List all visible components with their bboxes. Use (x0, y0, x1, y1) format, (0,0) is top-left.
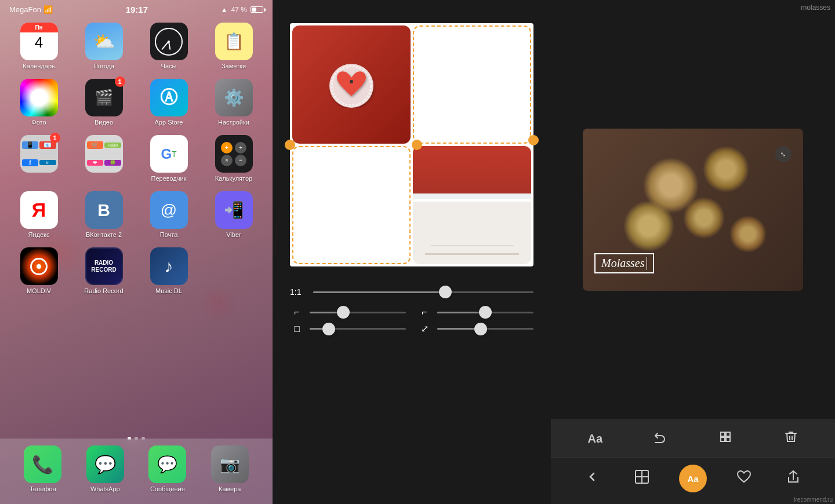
dock-phone[interactable]: 📞 Телефон (24, 445, 61, 492)
layers-btn[interactable] (714, 427, 737, 450)
statusbar-right: ▲ 47 % (221, 6, 263, 14)
app-radio[interactable]: RADIORECORD Radio Record (74, 247, 133, 294)
battery-icon (251, 6, 263, 13)
phone-icon: 📞 (32, 454, 53, 474)
layers-icon (718, 430, 732, 447)
heart-btn[interactable] (732, 467, 756, 490)
app-grid: Пн 4 Календарь ⛅ Погода Часы (0, 17, 273, 300)
app-calculator[interactable]: + ÷ × = Калькулятор (204, 135, 263, 182)
app-label-video: Видео (95, 119, 113, 126)
weather-icon: ⛅ (93, 31, 115, 52)
app-translate[interactable]: G Т Переводчик (139, 135, 198, 182)
text-aa-icon: Aa (687, 474, 698, 484)
slider-track-3[interactable] (310, 328, 406, 330)
wifi-icon: 📶 (43, 5, 53, 14)
collage-cell-bottomright[interactable] (413, 146, 531, 264)
resize-handle[interactable]: ↔ (775, 146, 792, 162)
heart-icon (736, 470, 752, 487)
double-slider-row2: □ ⤢ (290, 323, 533, 334)
collage-handle-right[interactable] (528, 135, 539, 145)
slider-track-2[interactable] (437, 312, 533, 313)
moldiv-ring (30, 258, 48, 275)
double-slider-row1: ⌐ ⌐ (290, 307, 533, 317)
app-calendar[interactable]: Пн 4 Календарь (9, 23, 68, 70)
translate-icon: G (161, 146, 172, 162)
cookie-image: Molasses ↔ (583, 129, 803, 291)
app-cluster1[interactable]: 📱 📧 f in 1 (9, 135, 68, 182)
app-yandex[interactable]: Я Яндекс (9, 191, 68, 238)
vk-icon: В (97, 200, 110, 220)
svg-rect-5 (721, 437, 725, 441)
delete-btn[interactable] (779, 427, 803, 450)
statusbar-left: MegaFon 📶 (9, 5, 53, 14)
ios-dock: 📞 Телефон 💬 WhatsApp 💬 Сообщения 📷 Камер… (0, 439, 273, 504)
app-video[interactable]: 🎬 1 Видео (74, 79, 133, 126)
app-label-moldiv: MOLDIV (27, 287, 51, 294)
app-moldiv[interactable]: MOLDIV (9, 247, 68, 294)
app-appstore[interactable]: Ⓐ App Store (139, 79, 198, 126)
back-icon (587, 471, 598, 486)
font-icon: Aa (587, 432, 602, 445)
camera-icon: 📷 (220, 455, 240, 474)
dock-whatsapp[interactable]: 💬 WhatsApp (86, 445, 124, 492)
collage-handle-bottom[interactable] (412, 140, 422, 150)
delete-icon (784, 430, 798, 447)
app-notes[interactable]: 📋 Заметки (204, 23, 263, 70)
app-viber[interactable]: 📲 Viber (204, 191, 263, 238)
mail-icon: @ (161, 201, 177, 220)
carrier-label: MegaFon (9, 5, 41, 14)
text-overlay[interactable]: Molasses (594, 253, 654, 273)
app-label-radio: Radio Record (84, 287, 123, 294)
app-label-notes: Заметки (222, 63, 246, 70)
app-weather[interactable]: ⛅ Погода (74, 23, 133, 70)
app-photos[interactable]: Фото (9, 79, 68, 126)
grid-btn[interactable] (630, 467, 654, 490)
bottom-nav: Aa (551, 457, 835, 504)
share-btn[interactable] (782, 467, 805, 490)
aspect-slider-track[interactable] (313, 291, 533, 293)
aspect-ratio-row: 1:1 (290, 287, 533, 297)
app-settings[interactable]: ⚙️ Настройки (204, 79, 263, 126)
app-label-vk: ВКонтакте 2 (86, 231, 122, 238)
top-label: molasses (801, 3, 830, 12)
back-btn[interactable] (581, 467, 604, 490)
cluster1-badge: 1 (50, 133, 60, 143)
collage-cell-topright[interactable] (413, 25, 531, 144)
font-btn[interactable]: Aa (583, 427, 607, 450)
app-vk[interactable]: В ВКонтакте 2 (74, 191, 133, 238)
app-label-calendar: Календарь (23, 63, 55, 70)
viber-icon: 📲 (224, 200, 244, 220)
slider-left-1: ⌐ (290, 307, 406, 317)
square-icon-1: □ (290, 324, 304, 334)
slider-track-1[interactable] (310, 312, 406, 313)
app-label-viber: Viber (226, 231, 241, 238)
app-label-appstore: App Store (155, 119, 183, 126)
dock-label-messages: Сообщения (150, 485, 185, 492)
slider-left-2: □ (290, 323, 406, 334)
dock-label-whatsapp: WhatsApp (90, 485, 120, 492)
app-label-musicdl: Music DL (155, 287, 182, 294)
app-label-weather: Погода (93, 63, 114, 70)
undo-icon (654, 430, 667, 447)
heart-svg (325, 61, 377, 108)
calendar-day: 4 (35, 34, 43, 52)
grid-icon (634, 469, 650, 488)
app-label-clock: Часы (161, 63, 177, 70)
app-cluster2[interactable]: 🛒 H&M ❤ 🍀 (74, 135, 133, 182)
text-aa-btn[interactable]: Aa (679, 465, 707, 492)
undo-btn[interactable] (649, 427, 672, 450)
dock-messages[interactable]: 💬 Сообщения (148, 445, 186, 492)
clock-face (155, 28, 183, 56)
collage-cell-bottomleft[interactable] (292, 146, 411, 264)
collage-handle-corner[interactable] (285, 140, 295, 150)
app-label-photos: Фото (31, 119, 46, 126)
corner-icon-2: ⌐ (418, 307, 431, 317)
app-clock[interactable]: Часы (139, 23, 198, 70)
app-mail[interactable]: @ Почта (139, 191, 198, 238)
slider-track-4[interactable] (437, 328, 533, 330)
app-label-settings: Настройки (218, 119, 249, 126)
collage-cell-topleft[interactable] (292, 25, 411, 144)
dock-camera[interactable]: 📷 Камера (211, 445, 249, 492)
app-musicdl[interactable]: ♪ Music DL (139, 247, 198, 294)
calendar-weekday: Пн (20, 23, 58, 32)
